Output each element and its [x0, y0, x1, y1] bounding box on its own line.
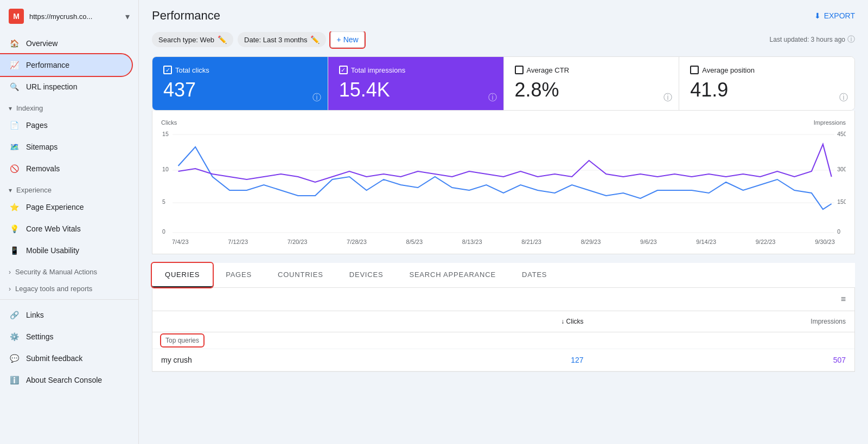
impressions-cell: 507	[592, 349, 854, 371]
clicks-line	[178, 147, 832, 209]
sidebar-item-label: Submit feedback	[26, 354, 82, 363]
stat-label: Average CTR	[515, 66, 668, 74]
stat-label: Average position	[690, 66, 844, 74]
date-label-4: 7/28/23	[347, 239, 367, 245]
queries-table: ≡ ↓ Clicks Impressions	[152, 288, 855, 372]
chart-svg: 15 10 5 0 450 300 150 0	[161, 128, 846, 236]
col-header-clicks[interactable]: ↓ Clicks	[393, 311, 592, 332]
sidebar-item-feedback[interactable]: 💬 Submit feedback	[0, 348, 132, 369]
date-label-12: 9/30/23	[815, 239, 835, 245]
stat-checkbox[interactable]	[515, 66, 524, 74]
date-label-1: 7/4/23	[172, 239, 189, 245]
stat-name: Total impressions	[351, 66, 405, 74]
sidebar-item-sitemaps[interactable]: 🗺️ Sitemaps	[0, 136, 132, 158]
sidebar-item-settings[interactable]: ⚙️ Settings	[0, 326, 132, 348]
stat-checkbox[interactable]	[690, 66, 699, 74]
page-title: Performance	[152, 9, 220, 23]
sidebar-item-label: Page Experience	[26, 203, 84, 211]
export-button[interactable]: ⬇ EXPORT	[814, 11, 855, 20]
experience-icon: ⭐	[9, 202, 20, 213]
filter-icon[interactable]: ≡	[841, 294, 846, 304]
query-cell: my crush	[152, 349, 393, 371]
tab-queries[interactable]: QUERIES	[152, 263, 213, 287]
chart-right-label: Impressions	[814, 119, 846, 126]
tab-label: COUNTRIES	[278, 271, 323, 279]
date-label-11: 9/22/23	[756, 239, 776, 245]
chart-x-axis: 7/4/23 7/12/23 7/20/23 7/28/23 8/5/23 8/…	[161, 236, 846, 245]
table-row: my crush 127 507	[152, 349, 854, 371]
sidebar-item-label: Core Web Vitals	[26, 224, 81, 233]
feedback-icon: 💬	[9, 353, 20, 364]
plus-icon: +	[336, 35, 341, 44]
date-label-9: 9/6/23	[640, 239, 657, 245]
home-icon: 🏠	[9, 38, 20, 49]
stat-name: Average position	[702, 66, 755, 74]
sidebar-item-about[interactable]: ℹ️ About Search Console	[0, 369, 132, 391]
stat-average-position[interactable]: Average position 41.9 ⓘ	[679, 57, 854, 110]
links-icon: 🔗	[9, 310, 20, 320]
stat-average-ctr[interactable]: Average CTR 2.8% ⓘ	[504, 57, 680, 110]
sidebar-item-performance[interactable]: 📈 Performance	[0, 54, 132, 76]
chevron-right-icon: ›	[9, 285, 11, 293]
search-type-filter[interactable]: Search type: Web ✏️	[152, 32, 233, 47]
new-button[interactable]: + New	[330, 31, 364, 48]
stat-name: Total clicks	[175, 66, 209, 74]
filter-bar: Search type: Web ✏️ Date: Last 3 months …	[152, 31, 855, 48]
tab-countries[interactable]: COUNTRIES	[265, 263, 336, 287]
security-section-header[interactable]: › Security & Manual Actions	[0, 261, 138, 278]
info-icon: ⓘ	[663, 92, 672, 104]
indexing-label: Indexing	[16, 104, 43, 112]
sidebar-logo[interactable]: M https://mycrush.co... ▾	[0, 4, 138, 33]
edit-icon: ✏️	[310, 35, 320, 44]
stats-row: Total clicks 437 ⓘ Total impressions 15.…	[152, 56, 855, 111]
date-label-8: 8/29/23	[581, 239, 601, 245]
stat-value: 437	[163, 79, 317, 101]
svg-text:15: 15	[162, 131, 169, 137]
last-updated: Last updated: 3 hours ago ⓘ	[770, 35, 855, 44]
stat-checkbox[interactable]	[163, 66, 172, 74]
date-filter[interactable]: Date: Last 3 months ✏️	[238, 32, 326, 47]
svg-text:0: 0	[837, 229, 840, 235]
date-label-7: 8/21/23	[521, 239, 541, 245]
sidebar-item-label: About Search Console	[26, 376, 102, 384]
svg-text:450: 450	[837, 131, 846, 137]
date-label-2: 7/12/23	[228, 239, 248, 245]
sidebar-item-links[interactable]: 🔗 Links	[0, 304, 132, 326]
tab-label: SEARCH APPEARANCE	[409, 271, 496, 279]
tab-search-appearance[interactable]: SEARCH APPEARANCE	[396, 263, 509, 287]
dropdown-icon[interactable]: ▾	[125, 11, 130, 22]
stat-label: Total impressions	[339, 66, 493, 74]
sidebar-item-overview[interactable]: 🏠 Overview	[0, 33, 132, 54]
tab-label: DEVICES	[349, 271, 384, 279]
experience-label: Experience	[16, 186, 52, 194]
last-updated-text: Last updated: 3 hours ago	[770, 36, 845, 43]
stat-total-impressions[interactable]: Total impressions 15.4K ⓘ	[328, 57, 504, 110]
date-label-6: 8/13/23	[462, 239, 482, 245]
tabs-row: QUERIES PAGES COUNTRIES DEVICES SEARCH A…	[152, 263, 855, 288]
legacy-section-header[interactable]: › Legacy tools and reports	[0, 278, 138, 295]
top-queries-label: Top queries	[165, 337, 199, 344]
sidebar-item-core-web-vitals[interactable]: 💡 Core Web Vitals	[0, 218, 132, 240]
tab-dates[interactable]: DATES	[509, 263, 560, 287]
stat-label: Total clicks	[163, 66, 317, 74]
search-type-label: Search type: Web	[158, 36, 214, 44]
tab-devices[interactable]: DEVICES	[336, 263, 397, 287]
sidebar-item-removals[interactable]: 🚫 Removals	[0, 158, 132, 179]
security-label: Security & Manual Actions	[15, 268, 97, 276]
indexing-section-header[interactable]: ▾ Indexing	[0, 98, 138, 114]
stat-total-clicks[interactable]: Total clicks 437 ⓘ	[152, 57, 328, 110]
stat-checkbox[interactable]	[339, 66, 348, 74]
sidebar: M https://mycrush.co... ▾ 🏠 Overview 📈 P…	[0, 0, 139, 444]
experience-section-header[interactable]: ▾ Experience	[0, 179, 138, 196]
date-label-3: 7/20/23	[288, 239, 308, 245]
tab-pages[interactable]: PAGES	[213, 263, 265, 287]
svg-text:0: 0	[162, 229, 165, 235]
col-header-impressions[interactable]: Impressions	[592, 311, 854, 332]
info-icon: ⓘ	[847, 35, 855, 44]
sidebar-item-pages[interactable]: 📄 Pages	[0, 114, 132, 136]
sidebar-item-page-experience[interactable]: ⭐ Page Experience	[0, 196, 132, 218]
sidebar-item-url-inspection[interactable]: 🔍 URL inspection	[0, 76, 132, 98]
sidebar-item-mobile-usability[interactable]: 📱 Mobile Usability	[0, 240, 132, 261]
info-icon: ℹ️	[9, 375, 20, 385]
stat-value: 15.4K	[339, 79, 493, 101]
